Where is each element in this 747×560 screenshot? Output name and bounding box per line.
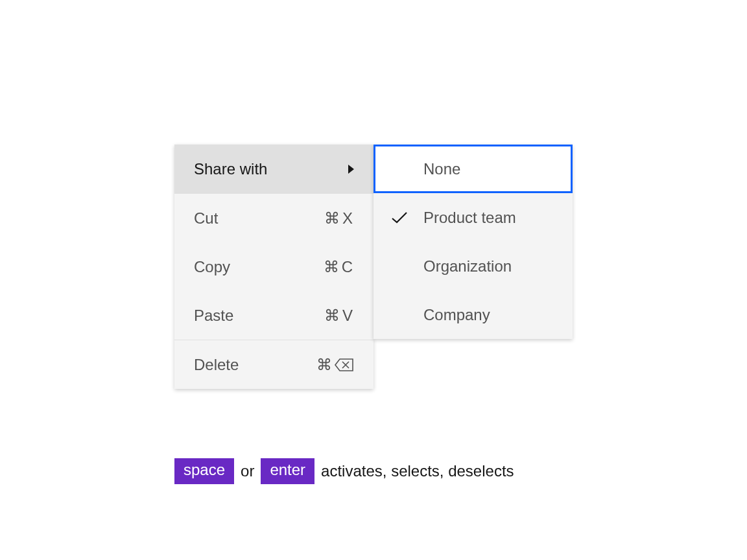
menu-item-label: Cut	[194, 209, 218, 228]
menu-item-shortcut: ⌘X	[324, 209, 354, 228]
menu-item-label: Copy	[194, 258, 230, 276]
submenu-item-company[interactable]: Company	[374, 290, 573, 339]
key-space: space	[174, 458, 234, 484]
backspace-icon	[335, 358, 354, 372]
menu-item-share-with[interactable]: Share with	[174, 145, 374, 193]
menu-item-shortcut: ⌘V	[324, 307, 354, 325]
submenu-item-label: Product team	[423, 209, 516, 227]
check-icon	[391, 211, 408, 224]
submenu-item-label: Company	[423, 306, 490, 324]
caret-right-icon	[348, 165, 354, 174]
context-menu-group: Share with Cut ⌘X Copy ⌘C Paste ⌘V Delet…	[174, 145, 573, 389]
menu-item-cut[interactable]: Cut ⌘X	[174, 194, 374, 242]
help-join: or	[241, 462, 254, 480]
check-slot	[385, 211, 423, 224]
help-description: activates, selects, deselects	[321, 462, 514, 480]
menu-item-shortcut: ⌘	[316, 356, 354, 374]
submenu-item-none[interactable]: None	[374, 145, 573, 193]
submenu-item-product-team[interactable]: Product team	[374, 193, 573, 242]
submenu-item-organization[interactable]: Organization	[374, 242, 573, 290]
menu-item-shortcut: ⌘C	[324, 258, 354, 276]
keyboard-help-text: space or enter activates, selects, desel…	[174, 458, 514, 484]
context-menu: Share with Cut ⌘X Copy ⌘C Paste ⌘V Delet…	[174, 145, 374, 389]
share-with-submenu: None Product team Organization Company	[374, 145, 573, 339]
menu-item-paste[interactable]: Paste ⌘V	[174, 291, 374, 340]
menu-item-label: Paste	[194, 307, 233, 325]
menu-item-copy[interactable]: Copy ⌘C	[174, 242, 374, 291]
menu-item-label: Delete	[194, 356, 239, 374]
menu-item-delete[interactable]: Delete ⌘	[174, 340, 374, 389]
menu-item-label: Share with	[194, 160, 267, 178]
key-enter: enter	[261, 458, 314, 484]
submenu-item-label: None	[423, 160, 460, 178]
submenu-item-label: Organization	[423, 257, 512, 275]
